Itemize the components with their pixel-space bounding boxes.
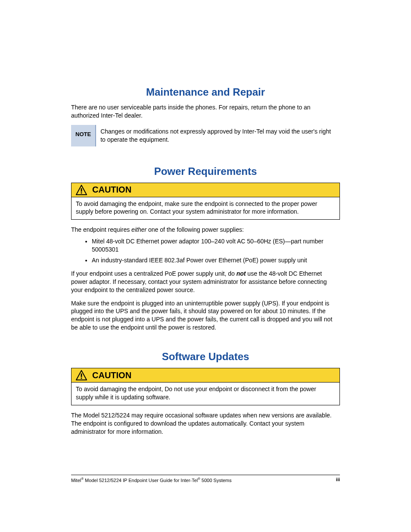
list-item: An industry-standard IEEE 802.3af Power …: [92, 256, 340, 264]
page-number: iii: [336, 477, 340, 483]
heading-maintenance: Maintenance and Repair: [71, 86, 340, 98]
note-label: NOTE: [71, 125, 96, 146]
text: Model 5212/5224 IP Endpoint User Guide f…: [84, 477, 198, 482]
svg-rect-1: [81, 188, 82, 192]
power-para-2: Make sure the endpoint is plugged into a…: [71, 299, 340, 332]
maintenance-intro: There are no user serviceable parts insi…: [71, 103, 340, 120]
text: The endpoint requires: [71, 226, 131, 233]
heading-power: Power Requirements: [71, 165, 340, 177]
svg-rect-4: [81, 373, 82, 377]
note-callout: NOTE Changes or modifications not expres…: [71, 125, 340, 146]
caution-header: CAUTION: [72, 183, 339, 197]
warning-icon: [76, 185, 87, 195]
caution-callout-power: CAUTION To avoid damaging the endpoint, …: [71, 183, 340, 220]
footer-rule: [71, 475, 340, 475]
text: 5000 Systems: [200, 477, 232, 482]
power-supply-list: Mitel 48-volt DC Ethernet power adaptor …: [71, 237, 340, 264]
caution-text: To avoid damaging the endpoint, make sur…: [72, 197, 339, 220]
caution-callout-software: CAUTION To avoid damaging the endpoint, …: [71, 368, 340, 405]
page-footer: Mitel® Model 5212/5224 IP Endpoint User …: [71, 477, 340, 483]
heading-software: Software Updates: [71, 351, 340, 363]
caution-text: To avoid damaging the endpoint, Do not u…: [72, 382, 339, 405]
power-intro: The endpoint requires either one of the …: [71, 226, 340, 234]
list-item: Mitel 48-volt DC Ethernet power adaptor …: [92, 237, 340, 254]
svg-rect-2: [81, 192, 82, 193]
software-para: The Model 5212/5224 may require occasion…: [71, 411, 340, 436]
document-page: Maintenance and Repair There are no user…: [0, 0, 411, 526]
warning-icon: [76, 370, 87, 380]
power-para-1: If your endpoint uses a centralized PoE …: [71, 270, 340, 294]
text: Mitel: [71, 477, 81, 482]
footer-left: Mitel® Model 5212/5224 IP Endpoint User …: [71, 477, 232, 483]
note-text: Changes or modifications not expressly a…: [96, 125, 340, 146]
text-emphasis: not: [237, 270, 246, 277]
caution-label: CAUTION: [92, 370, 131, 380]
caution-header: CAUTION: [72, 368, 339, 382]
svg-rect-5: [81, 378, 82, 379]
text-emphasis: either: [131, 226, 146, 233]
text: one of the following power supplies:: [146, 226, 244, 233]
caution-label: CAUTION: [92, 185, 131, 195]
text: If your endpoint uses a centralized PoE …: [71, 270, 237, 277]
